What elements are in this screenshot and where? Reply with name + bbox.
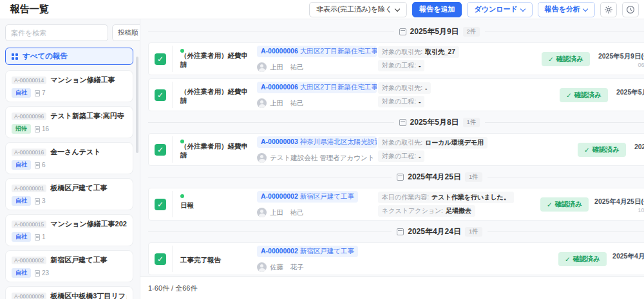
project-title: テスト新築工事:高円寺 [50,111,124,121]
unread-dot-icon [180,140,184,143]
report-row[interactable]: ✓ （外注業者用）経費申請 A-00000006 大田区2丁目新築住宅工事 上田… [148,42,644,75]
group-count-badge: 1件 [463,118,480,127]
status-label: 確認済み [556,55,583,64]
check-icon: ✓ [547,201,553,208]
avatar [257,62,267,72]
chevron-down-icon [395,6,400,10]
project-link[interactable]: A-00000002 新宿区戸建て工事 [257,191,358,203]
field-value: ローカル環境デモ用 [425,138,484,147]
all-reports-button[interactable]: すべての報告 [5,48,133,65]
history-button[interactable] [622,2,639,17]
search-input[interactable] [5,24,108,41]
detail-field: 対象の工程: - [378,96,424,107]
report-count: 23 [35,269,49,276]
report-count-value: 3 [42,197,46,204]
calendar-icon [399,28,406,35]
report-time: 10:41 [632,152,644,159]
report-row[interactable]: ✓ 工事完了報告 A-00000002 新宿区戸建て工事 佐藤 花子 ✓確認済み… [148,242,644,275]
project-title: 板橋区戸建て工事 [50,183,107,193]
status-label: 確認済み [555,200,582,209]
project-code: A-00000016 [12,149,46,156]
report-time: 05:48 [614,98,644,104]
report-list: 2025年5月9日 2件 ✓ （外注業者用）経費申請 A-00000006 大田… [140,19,644,276]
report-row[interactable]: ✓ （外注業者用）経費申請 A-00000006 大田区2丁目新築住宅工事 上田… [148,78,644,111]
download-label: ダウンロード [474,5,517,14]
sort-button[interactable]: 投稿順 ⇅ [112,24,140,41]
grid-icon [12,53,18,60]
row-fields: 対象の取引先: 取引先_27 対象の工程: - [378,46,540,71]
calendar-icon [397,174,404,181]
project-link[interactable]: A-00000006 大田区2丁目新築住宅工事 [257,82,377,93]
project-link[interactable]: A-00000006 大田区2丁目新築住宅工事 [257,46,377,57]
project-link[interactable]: A-00000003 神奈川県港北区太陽光設置工事 [257,136,377,148]
add-report-button[interactable]: 報告を追加 [412,2,462,17]
avatar [257,208,267,217]
status-label: 確認済み [574,91,601,100]
row-fields: 本日の作業内容: テスト作業を行いました。 ネクストアクション: 足場撤去 [378,192,540,217]
row-fields: 対象の取引先: - 対象の工程: - [378,82,540,107]
project-code: A-00000009 [12,293,46,299]
report-date: 2025年5月9日(金) [616,88,644,96]
sidebar-project-item[interactable]: A-00000009 板橋区中板橋3丁目リフォーム工事 自社 1 [5,286,133,299]
row-checkbox[interactable]: ✓ [155,199,166,210]
calendar-icon [397,228,404,235]
report-time: 06:55 [596,62,644,68]
result-range: 1-60件 / 全66件 [148,284,197,293]
field-label: 対象の工程: [382,152,416,161]
project-code: A-00000015 [12,221,46,228]
check-icon: ✓ [584,146,590,154]
filter-dropdown[interactable]: 非表示(完工済み)を除く [309,2,407,17]
sidebar-project-item[interactable]: A-00000001 板橋区戸建て工事 自社 3 [5,178,133,210]
download-button[interactable]: ダウンロード [467,2,532,17]
sidebar-project-item[interactable]: A-00000096 テスト新築工事:高円寺 招待 16 [5,106,133,138]
project-link-code: A-00000002 [261,192,298,200]
row-checkbox[interactable]: ✓ [155,253,166,265]
field-label: 対象の工程: [382,61,416,70]
row-checkbox[interactable]: ✓ [155,144,166,156]
group-date: 2025年5月8日 [410,117,459,128]
report-time: 11:11 [612,262,644,268]
project-code: A-00000001 [12,185,46,192]
sidebar-project-item[interactable]: A-00000002 新宿区戸建て工事 自社 23 [5,250,133,282]
top-header: 報告一覧 非表示(完工済み)を除く 報告を追加 ダウンロード 報告を分析 [0,0,644,19]
field-label: 対象の取引先: [382,138,422,147]
content-area: 投稿順 ⇅ すべての報告 A-00000014 マンション修繕工事 自社 7 A… [0,19,644,299]
date-group-header: 2025年4月25日 1件 [148,172,644,183]
row-checkbox[interactable]: ✓ [155,89,166,101]
detail-field: 対象の取引先: - [378,82,431,94]
report-datetime: 2025年5月8日(木) 10:41 [632,140,644,159]
report-count-value: 16 [42,125,49,132]
all-reports-label: すべての報告 [23,51,68,61]
report-count: 6 [35,161,46,168]
report-count: 7 [35,89,46,96]
avatar [257,153,267,163]
project-title: マンション修繕工事2026年度 [50,219,127,229]
report-row[interactable]: ✓ 日報 A-00000002 新宿区戸建て工事 上田 祐己 本日の作業内容: … [148,188,644,221]
add-report-label: 報告を追加 [419,5,455,14]
project-link-name: 新宿区戸建て工事 [300,192,354,200]
sidebar-project-item[interactable]: A-00000015 マンション修繕工事2026年度 自社 1 [5,214,133,246]
report-count: 1 [35,233,46,240]
project-badge: 自社 [12,196,31,206]
row-checkbox[interactable]: ✓ [155,53,166,65]
field-label: ネクストアクション: [382,206,443,215]
sidebar-project-item[interactable]: A-00000014 マンション修繕工事 自社 7 [5,70,133,102]
settings-button[interactable] [600,2,617,17]
project-title: 金一さんテスト [50,147,100,157]
analyze-label: 報告を分析 [545,5,580,14]
document-icon [35,198,40,204]
project-link[interactable]: A-00000002 新宿区戸建て工事 [257,246,358,257]
field-label: 対象の工程: [382,97,416,106]
status-badge: ✓確認済み [540,197,589,212]
sidebar-project-item[interactable]: A-00000016 金一さんテスト 自社 6 [5,142,133,174]
report-datetime: 2025年4月25日(金) 10:25 [594,195,644,213]
main-panel: 2025年5月9日 2件 ✓ （外注業者用）経費申請 A-00000006 大田… [140,19,644,299]
project-title: 板橋区中板橋3丁目リフォーム工事 [50,291,127,299]
detail-field: 対象の取引先: ローカル環境デモ用 [378,137,488,149]
report-type-label: （外注業者用）経費申請 [180,51,248,68]
report-row[interactable]: ✓ （外注業者用）経費申請 A-00000003 神奈川県港北区太陽光設置工事 … [148,133,644,166]
analyze-button[interactable]: 報告を分析 [538,2,595,17]
project-badge: 自社 [12,268,31,278]
sidebar-scrollbar[interactable] [136,57,138,153]
project-badge: 自社 [12,160,31,170]
